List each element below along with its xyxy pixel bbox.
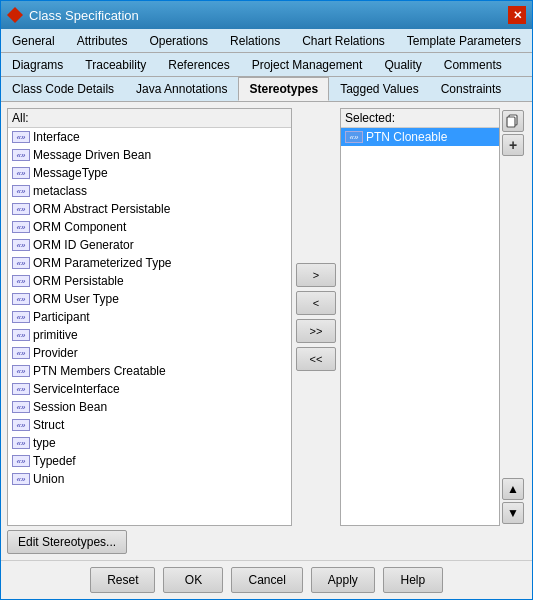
list-item[interactable]: «» Struct <box>8 416 291 434</box>
list-item[interactable]: «» metaclass <box>8 182 291 200</box>
tab-bar-row2: Diagrams Traceability References Project… <box>1 53 532 77</box>
orm-abstract-icon: «» <box>12 202 30 216</box>
union-icon: «» <box>12 472 30 486</box>
cancel-button[interactable]: Cancel <box>231 567 302 593</box>
chevron-up-icon: ▲ <box>507 482 519 496</box>
app-icon <box>7 7 23 23</box>
list-item[interactable]: «» Participant <box>8 308 291 326</box>
move-right-button[interactable]: > <box>296 263 336 287</box>
list-item[interactable]: «» ORM ID Generator <box>8 236 291 254</box>
move-all-left-button[interactable]: << <box>296 347 336 371</box>
list-item[interactable]: «» Message Driven Bean <box>8 146 291 164</box>
list-item[interactable]: «» ORM Parameterized Type <box>8 254 291 272</box>
orm-persist-icon: «» <box>12 274 30 288</box>
add-button[interactable]: + <box>502 134 524 156</box>
primitive-icon: «» <box>12 328 30 342</box>
tab-java-annotations[interactable]: Java Annotations <box>125 77 238 101</box>
list-item[interactable]: «» primitive <box>8 326 291 344</box>
copy-button[interactable] <box>502 110 524 132</box>
close-button[interactable]: ✕ <box>508 6 526 24</box>
move-left-button[interactable]: < <box>296 291 336 315</box>
ptn-members-icon: «» <box>12 364 30 378</box>
tab-template-parameters[interactable]: Template Parameters <box>396 29 532 52</box>
list-item[interactable]: «» ORM Persistable <box>8 272 291 290</box>
tab-stereotypes[interactable]: Stereotypes <box>238 77 329 101</box>
tab-tagged-values[interactable]: Tagged Values <box>329 77 430 101</box>
selected-panel-label: Selected: <box>341 109 499 128</box>
tab-attributes[interactable]: Attributes <box>66 29 139 52</box>
selected-list-panel: Selected: «» PTN Cloneable <box>340 108 500 526</box>
list-item[interactable]: «» ORM Component <box>8 218 291 236</box>
ok-button[interactable]: OK <box>163 567 223 593</box>
footer: Reset OK Cancel Apply Help <box>1 560 532 599</box>
ptn-clone-icon: «» <box>345 130 363 144</box>
bottom-toolbar: Edit Stereotypes... <box>7 530 526 554</box>
list-item[interactable]: «» Union <box>8 470 291 488</box>
list-item[interactable]: «» ORM Abstract Persistable <box>8 200 291 218</box>
struct-icon: «» <box>12 418 30 432</box>
tab-general[interactable]: General <box>1 29 66 52</box>
move-all-right-button[interactable]: >> <box>296 319 336 343</box>
session-bean-icon: «» <box>12 400 30 414</box>
nav-down-button[interactable]: ▼ <box>502 502 524 524</box>
type-icon: «» <box>12 436 30 450</box>
window-title: Class Specification <box>29 8 139 23</box>
side-toolbar: + ▲ ▼ <box>500 108 526 526</box>
list-item[interactable]: «» Session Bean <box>8 398 291 416</box>
list-item[interactable]: «» ServiceInterface <box>8 380 291 398</box>
reset-button[interactable]: Reset <box>90 567 155 593</box>
tab-comments[interactable]: Comments <box>433 53 513 76</box>
edit-stereotypes-button[interactable]: Edit Stereotypes... <box>7 530 127 554</box>
transfer-buttons: > < >> << <box>292 108 340 526</box>
tab-project-management[interactable]: Project Management <box>241 53 374 76</box>
service-iface-icon: «» <box>12 382 30 396</box>
tab-operations[interactable]: Operations <box>138 29 219 52</box>
bean-icon: «» <box>12 148 30 162</box>
svg-rect-1 <box>507 117 515 127</box>
title-bar: Class Specification ✕ <box>1 1 532 29</box>
participant-icon: «» <box>12 310 30 324</box>
orm-user-icon: «» <box>12 292 30 306</box>
content-area: All: «» Interface «» Message Driven Bean… <box>1 102 532 560</box>
tab-relations[interactable]: Relations <box>219 29 291 52</box>
list-item[interactable]: «» MessageType <box>8 164 291 182</box>
orm-param-icon: «» <box>12 256 30 270</box>
plus-icon: + <box>509 137 517 153</box>
tab-diagrams[interactable]: Diagrams <box>1 53 74 76</box>
nav-up-button[interactable]: ▲ <box>502 478 524 500</box>
help-button[interactable]: Help <box>383 567 443 593</box>
selected-list-item[interactable]: «» PTN Cloneable <box>341 128 499 146</box>
tab-bar-row3: Class Code Details Java Annotations Ster… <box>1 77 532 102</box>
all-list-panel: All: «» Interface «» Message Driven Bean… <box>7 108 292 526</box>
apply-button[interactable]: Apply <box>311 567 375 593</box>
tab-class-code-details[interactable]: Class Code Details <box>1 77 125 101</box>
all-list[interactable]: «» Interface «» Message Driven Bean «» M… <box>8 128 291 525</box>
typedef-icon: «» <box>12 454 30 468</box>
list-item[interactable]: «» type <box>8 434 291 452</box>
tab-bar-row1: General Attributes Operations Relations … <box>1 29 532 53</box>
list-item[interactable]: «» PTN Members Creatable <box>8 362 291 380</box>
orm-id-icon: «» <box>12 238 30 252</box>
class-specification-window: Class Specification ✕ General Attributes… <box>0 0 533 600</box>
tab-quality[interactable]: Quality <box>373 53 432 76</box>
metaclass-icon: «» <box>12 184 30 198</box>
orm-component-icon: «» <box>12 220 30 234</box>
list-item[interactable]: «» ORM User Type <box>8 290 291 308</box>
selected-list[interactable]: «» PTN Cloneable <box>341 128 499 525</box>
all-panel-label: All: <box>8 109 291 128</box>
tab-constraints[interactable]: Constraints <box>430 77 513 101</box>
list-item[interactable]: «» Interface <box>8 128 291 146</box>
tab-chart-relations[interactable]: Chart Relations <box>291 29 396 52</box>
chevron-down-icon: ▼ <box>507 506 519 520</box>
list-item[interactable]: «» Provider <box>8 344 291 362</box>
list-item[interactable]: «» Typedef <box>8 452 291 470</box>
tab-references[interactable]: References <box>157 53 240 76</box>
provider-icon: «» <box>12 346 30 360</box>
tab-traceability[interactable]: Traceability <box>74 53 157 76</box>
msgtype-icon: «» <box>12 166 30 180</box>
interface-icon: «» <box>12 130 30 144</box>
